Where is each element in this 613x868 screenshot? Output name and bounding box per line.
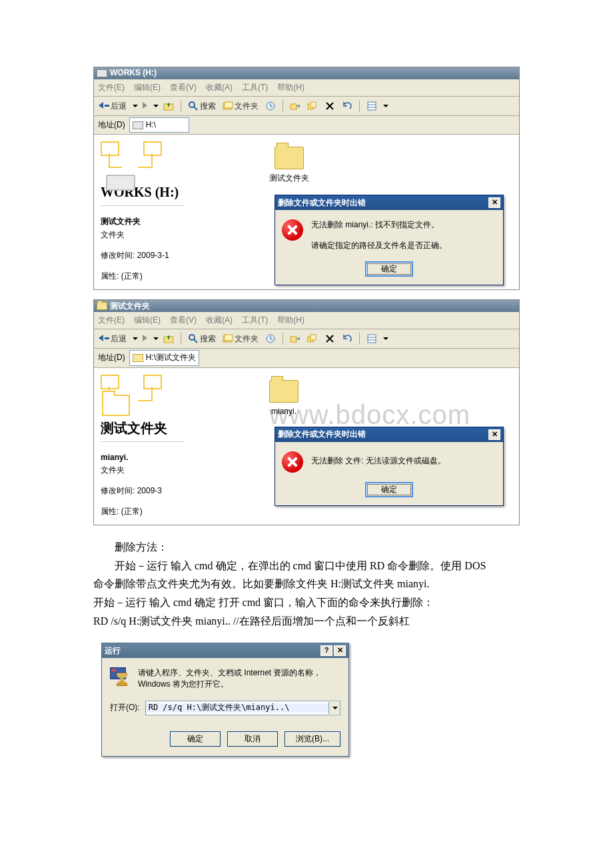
selected-name: mianyi. <box>101 453 128 462</box>
folder-icon <box>275 147 304 169</box>
menu-help[interactable]: 帮助(H) <box>277 81 305 94</box>
menu-tools[interactable]: 工具(T) <box>242 81 268 94</box>
forward-button[interactable] <box>141 99 149 113</box>
close-button[interactable]: ✕ <box>334 645 346 656</box>
attributes: 属性: (正常) <box>101 505 184 518</box>
search-icon <box>188 333 199 344</box>
close-button[interactable]: ✕ <box>488 429 500 440</box>
folder-item[interactable]: 测试文件夹 <box>269 147 309 185</box>
open-combobox[interactable] <box>145 701 340 715</box>
forward-arrow-icon <box>143 100 147 113</box>
folders-button[interactable]: 文件夹 <box>221 332 261 346</box>
browse-button[interactable]: 浏览(B)... <box>285 731 340 747</box>
ok-button[interactable]: 确定 <box>365 261 413 277</box>
history-icon <box>265 333 276 344</box>
error-icon <box>282 219 303 241</box>
history-button[interactable] <box>263 100 278 112</box>
ok-button[interactable]: 确定 <box>365 482 413 497</box>
dialog-title-bar: 删除文件或文件夹时出错 ✕ <box>275 195 503 210</box>
chevron-down-icon <box>332 707 338 709</box>
svg-point-1 <box>189 102 195 107</box>
menu-edit[interactable]: 编辑(E) <box>134 314 161 327</box>
back-dropdown-icon[interactable] <box>133 337 138 340</box>
delete-x-icon <box>324 101 335 111</box>
forward-arrow-icon <box>143 333 147 345</box>
menu-tools[interactable]: 工具(T) <box>242 314 268 327</box>
move-to-button[interactable] <box>288 333 303 345</box>
menu-edit[interactable]: 编辑(E) <box>134 81 161 94</box>
views-button[interactable] <box>364 333 379 345</box>
close-button[interactable]: ✕ <box>488 197 500 208</box>
back-arrow-icon <box>99 333 109 345</box>
drive-icon <box>133 121 143 129</box>
title-bar: WORKS (H:) <box>94 67 519 79</box>
svg-rect-8 <box>310 102 316 107</box>
address-bar: 地址(D) H:\测试文件夹 <box>94 349 519 367</box>
up-button[interactable] <box>161 333 176 345</box>
search-button[interactable]: 搜索 <box>186 99 218 113</box>
menu-view[interactable]: 查看(V) <box>170 314 197 327</box>
views-button[interactable] <box>364 100 379 112</box>
address-field[interactable]: H:\测试文件夹 <box>129 350 199 365</box>
menu-fav[interactable]: 收藏(A) <box>206 314 233 327</box>
toolbar: 后退 搜索 文件夹 <box>94 97 519 116</box>
dialog-title: 删除文件或文件夹时出错 <box>278 428 366 441</box>
menu-bar: 文件(E) 编辑(E) 查看(V) 收藏(A) 工具(T) 帮助(H) <box>94 79 519 97</box>
menu-file[interactable]: 文件(E) <box>98 81 125 94</box>
svg-rect-20 <box>310 335 316 340</box>
address-bar: 地址(D) H:\ <box>94 116 519 135</box>
address-field[interactable]: H:\ <box>129 117 189 133</box>
selected-type: 文件夹 <box>101 229 184 241</box>
paragraph: 开始－运行 输入 cmd 确定 打开 cmd 窗口，输入下面的命令来执行删除： <box>93 594 520 611</box>
folder-item[interactable]: mianyi. <box>269 380 299 418</box>
folder-icon <box>97 302 107 310</box>
undo-button[interactable] <box>340 333 354 345</box>
views-dropdown-icon[interactable] <box>383 105 388 107</box>
selected-name: 测试文件夹 <box>101 217 141 226</box>
copy-to-button[interactable] <box>305 333 320 345</box>
move-to-button[interactable] <box>288 100 303 112</box>
search-button[interactable]: 搜索 <box>186 332 218 346</box>
delete-button[interactable] <box>322 333 337 345</box>
views-dropdown-icon[interactable] <box>383 337 388 340</box>
dropdown-button[interactable] <box>328 702 340 714</box>
back-button[interactable]: 后退 <box>97 332 129 346</box>
svg-rect-21 <box>368 335 376 343</box>
history-button[interactable] <box>263 333 278 345</box>
dialog-title-bar: 删除文件或文件夹时出错 ✕ <box>275 427 503 442</box>
content-area: 测试文件夹 mianyi. 文件夹 修改时间: 2009-3 属性: (正常) … <box>94 368 519 525</box>
menu-fav[interactable]: 收藏(A) <box>206 81 233 94</box>
copy-to-icon <box>307 101 318 111</box>
modified-time: 修改时间: 2009-3-1 <box>101 249 184 262</box>
forward-button[interactable] <box>141 332 149 346</box>
error-dialog: 删除文件或文件夹时出错 ✕ 无法删除 文件: 无法读源文件或磁盘。 确定 <box>275 427 504 506</box>
run-dialog: 运行 ? ✕ 请键入程序、文件夹、文档或 Internet 资源的名称，Wind… <box>101 643 349 757</box>
back-dropdown-icon[interactable] <box>133 105 138 107</box>
file-list-pane: www.bdocx.com mianyi. 删除文件或文件夹时出错 ✕ 无法删除… <box>189 368 519 525</box>
open-input[interactable] <box>146 703 328 713</box>
attributes: 属性: (正常) <box>101 270 184 283</box>
forward-dropdown-icon[interactable] <box>153 337 159 340</box>
help-button[interactable]: ? <box>320 645 332 656</box>
undo-button[interactable] <box>340 100 354 112</box>
menu-help[interactable]: 帮助(H) <box>277 314 305 327</box>
up-button[interactable] <box>161 100 176 112</box>
error-dialog: 删除文件或文件夹时出错 ✕ 无法删除 mianyi.: 找不到指定文件。 请确定… <box>275 195 504 285</box>
back-button[interactable]: 后退 <box>97 99 129 113</box>
svg-line-2 <box>194 107 197 110</box>
menu-file[interactable]: 文件(E) <box>98 314 125 327</box>
delete-button[interactable] <box>322 100 337 112</box>
cancel-button[interactable]: 取消 <box>227 731 278 747</box>
copy-to-button[interactable] <box>305 100 320 112</box>
undo-icon <box>342 333 352 344</box>
folder-item-label: mianyi. <box>269 405 299 418</box>
forward-dropdown-icon[interactable] <box>153 105 159 107</box>
drive-icon <box>97 69 107 77</box>
ok-button[interactable]: 确定 <box>170 731 221 747</box>
error-icon <box>282 451 303 473</box>
menu-view[interactable]: 查看(V) <box>170 81 197 94</box>
folders-button[interactable]: 文件夹 <box>221 99 261 113</box>
history-icon <box>265 101 276 111</box>
paragraph: 删除方法： <box>93 539 520 556</box>
content-area: WORKS (H:) 测试文件夹 文件夹 修改时间: 2009-3-1 属性: … <box>94 135 519 289</box>
